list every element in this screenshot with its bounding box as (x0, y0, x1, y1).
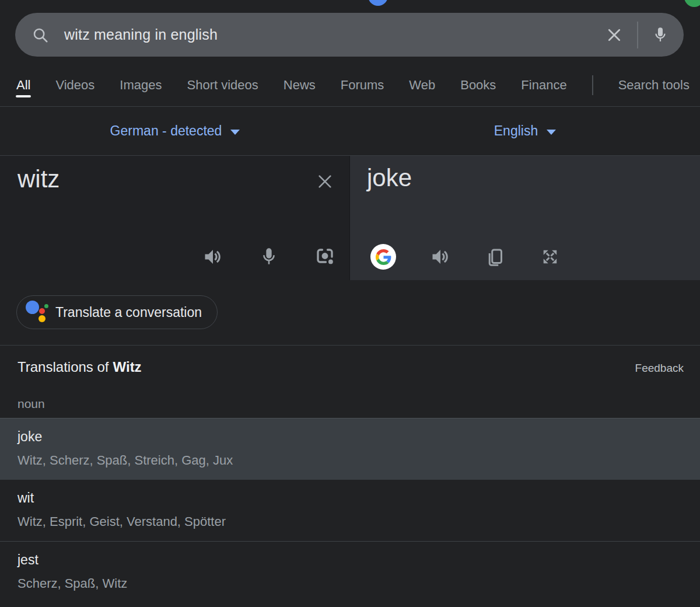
copy-translation-icon[interactable] (485, 246, 506, 267)
chevron-down-icon (230, 130, 240, 135)
translations-title-word: Witz (113, 359, 142, 375)
source-toolbar (202, 246, 335, 267)
translation-word: joke (18, 428, 682, 445)
tab-all[interactable]: All (16, 78, 30, 93)
language-bar: German - detected English (0, 107, 700, 156)
tab-web[interactable]: Web (409, 78, 435, 93)
translate-source-panel: witz (0, 156, 349, 280)
voice-input-icon[interactable] (260, 246, 278, 267)
translations-list: joke Witz, Scherz, Spaß, Streich, Gag, J… (0, 418, 700, 603)
source-text[interactable]: witz (18, 165, 60, 193)
target-language-selector[interactable]: English (350, 107, 700, 155)
translations-title: Translations ofWitz (18, 359, 142, 375)
source-language-selector[interactable]: German - detected (0, 107, 350, 155)
clear-source-icon[interactable] (316, 172, 334, 191)
chevron-down-icon (547, 130, 556, 135)
target-toolbar (370, 244, 561, 270)
google-assistant-icon (23, 299, 50, 326)
listen-translation-icon[interactable] (430, 246, 451, 267)
translated-text: joke (367, 164, 412, 192)
translate-target-panel: joke (349, 156, 700, 280)
translation-row-jest[interactable]: jest Scherz, Spaß, Witz (0, 541, 700, 603)
clear-search-icon[interactable] (606, 26, 623, 44)
tab-news[interactable]: News (284, 78, 316, 93)
reverse-translations: Witz, Scherz, Spaß, Streich, Gag, Jux (18, 452, 682, 469)
part-of-speech-label: noun (18, 397, 45, 411)
translations-title-prefix: Translations of (18, 359, 109, 375)
translate-conversation-label: Translate a conversation (55, 305, 202, 320)
source-language-label: German - detected (110, 123, 222, 139)
google-lens-icon[interactable] (314, 246, 335, 267)
tab-search-tools[interactable]: Search tools (618, 78, 690, 93)
tab-images[interactable]: Images (120, 78, 162, 93)
translate-conversation-button[interactable]: Translate a conversation (16, 295, 218, 329)
search-icon (32, 26, 49, 44)
reverse-translations: Scherz, Spaß, Witz (18, 575, 682, 592)
tab-videos[interactable]: Videos (55, 78, 94, 93)
listen-source-icon[interactable] (202, 246, 223, 267)
section-divider (0, 345, 700, 346)
translation-row-wit[interactable]: wit Witz, Esprit, Geist, Verstand, Spött… (0, 480, 700, 541)
feedback-link[interactable]: Feedback (635, 362, 684, 375)
translation-row-joke[interactable]: joke Witz, Scherz, Spaß, Streich, Gag, J… (0, 418, 700, 480)
cutoff-blue-logo (368, 0, 388, 6)
translation-word: wit (18, 490, 682, 507)
search-input[interactable]: witz meaning in english (64, 26, 606, 43)
target-language-label: English (494, 123, 538, 139)
tab-forums[interactable]: Forums (341, 78, 384, 93)
profile-avatar[interactable] (684, 0, 700, 7)
google-search-results-page: witz meaning in english All Videos Image… (0, 0, 700, 607)
tab-short-videos[interactable]: Short videos (187, 78, 258, 93)
fullscreen-icon[interactable] (540, 246, 561, 267)
voice-search-icon[interactable] (652, 26, 668, 44)
translation-word: jest (18, 552, 682, 568)
search-bar[interactable]: witz meaning in english (15, 13, 684, 57)
tab-books[interactable]: Books (460, 78, 496, 93)
translations-header: Translations ofWitz Feedback (18, 359, 684, 375)
result-tabs: All Videos Images Short videos News Foru… (0, 64, 700, 107)
reverse-translations: Witz, Esprit, Geist, Verstand, Spötter (18, 513, 682, 531)
tabs-divider (592, 75, 593, 95)
google-g-logo[interactable] (370, 244, 396, 270)
tab-finance[interactable]: Finance (521, 78, 566, 93)
search-bar-divider (637, 22, 638, 48)
